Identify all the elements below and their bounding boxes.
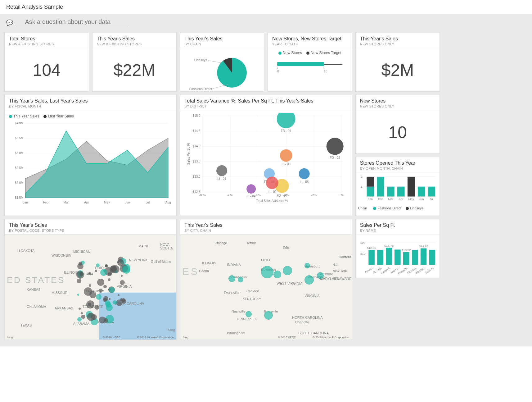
svg-text:LI - 01: LI - 01 [218, 177, 227, 180]
svg-text:$14.25: $14.25 [419, 244, 428, 248]
svg-rect-89 [417, 187, 425, 197]
tile-title: This Year's Sales [360, 36, 435, 42]
svg-text:Feb: Feb [43, 201, 49, 204]
svg-rect-105 [394, 249, 401, 265]
svg-text:$13.0: $13.0 [193, 175, 201, 178]
svg-rect-102 [386, 248, 392, 265]
svg-rect-78 [367, 187, 374, 197]
svg-text:Mar: Mar [388, 197, 394, 201]
svg-text:Jun: Jun [419, 197, 424, 201]
pie-chart: Lindseys Fashions Direct [180, 48, 264, 92]
tile-sub: BY NAME [360, 229, 435, 232]
svg-text:May: May [104, 201, 110, 204]
svg-text:$10: $10 [360, 252, 366, 255]
svg-text:Fashions Direct: Fashions Direct [189, 87, 212, 91]
tile-variance[interactable]: Total Sales Variance %, Sales Per Sq Ft,… [180, 95, 352, 216]
svg-text:1: 1 [361, 185, 362, 188]
svg-text:Feb: Feb [378, 197, 383, 201]
dashboard-grid: Total Stores NEW & EXISTING STORES 104 T… [0, 30, 532, 346]
svg-line-1 [208, 61, 221, 63]
svg-text:-6%: -6% [255, 194, 261, 197]
svg-text:Wilson..: Wilson.. [424, 266, 435, 275]
tile-sales-trend[interactable]: This Year's Sales, Last Year's Sales BY … [4, 95, 177, 216]
svg-point-56 [277, 113, 295, 128]
tile-total-stores[interactable]: Total Stores NEW & EXISTING STORES 104 [4, 33, 89, 92]
svg-text:0: 0 [277, 70, 279, 73]
svg-text:0%: 0% [340, 194, 345, 197]
svg-text:$12.5: $12.5 [193, 190, 201, 194]
tile-sub: BY OPEN MONTH, CHAIN [360, 167, 435, 170]
svg-rect-85 [397, 187, 405, 197]
tile-sales-sqft[interactable]: Sales Per Sq Ft BY NAME $10$20$12.86Cinc… [355, 219, 440, 278]
tile-sub: YEAR TO DATE [272, 42, 348, 46]
svg-text:Sales Per Sq Ft: Sales Per Sq Ft [187, 143, 190, 165]
svg-text:$2.5M: $2.5M [15, 166, 24, 170]
tile-title: Sales Per Sq Ft [360, 222, 435, 228]
svg-rect-100 [377, 250, 383, 265]
svg-point-64 [216, 165, 227, 176]
svg-rect-112 [420, 248, 426, 265]
svg-text:Jul: Jul [430, 197, 434, 201]
tile-sales-all[interactable]: This Year's Sales NEW & EXISTING STORES … [92, 33, 177, 92]
tile-sales-city[interactable]: This Year's Sales BY CITY, CHAIN ES bing… [180, 219, 352, 340]
tile-new-stores[interactable]: New Stores NEW STORES ONLY 10 [355, 95, 440, 154]
svg-text:-2%: -2% [311, 194, 317, 197]
svg-text:10: 10 [324, 70, 327, 73]
tile-sales-postal[interactable]: This Year's Sales BY POSTAL CODE, STORE … [4, 219, 177, 340]
tile-title: New Stores, New Stores Target [272, 36, 348, 42]
area-chart: This Year Sales Last Year Sales $1.5M$2.… [5, 110, 176, 216]
tile-title: This Year's Sales [184, 222, 347, 228]
tile-new-stores-target[interactable]: New Stores, New Stores Target YEAR TO DA… [268, 33, 352, 92]
tile-sub: BY CHAIN [184, 42, 260, 46]
svg-text:Jan: Jan [368, 197, 373, 201]
svg-text:LI - 03: LI - 03 [282, 162, 291, 166]
tile-title: Total Sales Variance %, Sales Per Sq Ft,… [184, 98, 347, 104]
svg-rect-81 [377, 177, 384, 197]
svg-rect-87 [408, 177, 415, 197]
tile-title: This Year's Sales [97, 36, 172, 42]
svg-text:Lindseys: Lindseys [194, 58, 207, 62]
map-postal[interactable]: ED STATES bing © 2016 HERE © 2016 Micros… [5, 235, 176, 340]
bar-chart: $10$20$12.86Cincin..Ft. Ogl..$14.75Knoxv… [356, 235, 440, 278]
map-city[interactable]: ES bing © 2016 HERE © 2016 Microsoft Cor… [180, 235, 352, 340]
svg-text:FD - 01: FD - 01 [281, 129, 291, 133]
svg-text:Aug: Aug [165, 201, 171, 204]
svg-text:$4.0M: $4.0M [15, 121, 24, 125]
kpi-value: $22M [95, 51, 174, 89]
svg-text:May: May [408, 197, 414, 201]
bullet-chart: New Stores New Stores Target 0 10 [268, 48, 352, 91]
stacked-bar-chart: 12JanFebMarAprMayJunJul Chain Fashions D… [356, 172, 440, 216]
tile-stores-opened[interactable]: Stores Opened This Year BY OPEN MONTH, C… [355, 157, 440, 216]
svg-text:$3.5M: $3.5M [15, 136, 24, 140]
tile-title: This Year's Sales, Last Year's Sales [9, 98, 172, 104]
svg-text:$12.86: $12.86 [367, 246, 376, 249]
svg-point-68 [280, 149, 292, 162]
svg-text:FD - 02: FD - 02 [330, 156, 340, 159]
svg-text:-8%: -8% [228, 194, 233, 197]
svg-text:$14.0: $14.0 [193, 144, 201, 148]
svg-text:$20: $20 [360, 241, 366, 244]
svg-rect-107 [403, 252, 409, 265]
svg-text:Jul: Jul [146, 201, 150, 204]
svg-text:LI - 04: LI - 04 [247, 194, 256, 198]
svg-text:$10.92: $10.92 [401, 248, 411, 252]
svg-text:$15.0: $15.0 [193, 114, 201, 117]
svg-point-72 [299, 168, 310, 179]
svg-text:$1.5M: $1.5M [15, 196, 24, 199]
tile-sales-new[interactable]: This Year's Sales NEW STORES ONLY $2M [355, 33, 440, 92]
tile-sub: NEW STORES ONLY [360, 104, 435, 108]
svg-text:2: 2 [361, 175, 362, 178]
svg-rect-5 [277, 62, 324, 66]
svg-text:Jan: Jan [23, 201, 28, 204]
qa-input[interactable] [16, 17, 128, 27]
tile-sub: BY FISCAL MONTH [9, 104, 172, 108]
svg-point-66 [266, 177, 278, 189]
svg-rect-91 [428, 187, 435, 197]
tile-sub: BY DISTRICT [184, 104, 347, 108]
svg-text:LI - 05: LI - 05 [300, 180, 309, 184]
tile-sales-chain[interactable]: This Year's Sales BY CHAIN Lindseys Fash… [180, 33, 264, 92]
scatter-chart: -10%-8%-6%-4%-2%0%$12.5$13.0$13.5$14.0$1… [180, 110, 352, 216]
svg-text:Mar: Mar [63, 201, 69, 204]
svg-text:$3.0M: $3.0M [15, 151, 24, 155]
svg-rect-83 [387, 187, 394, 197]
